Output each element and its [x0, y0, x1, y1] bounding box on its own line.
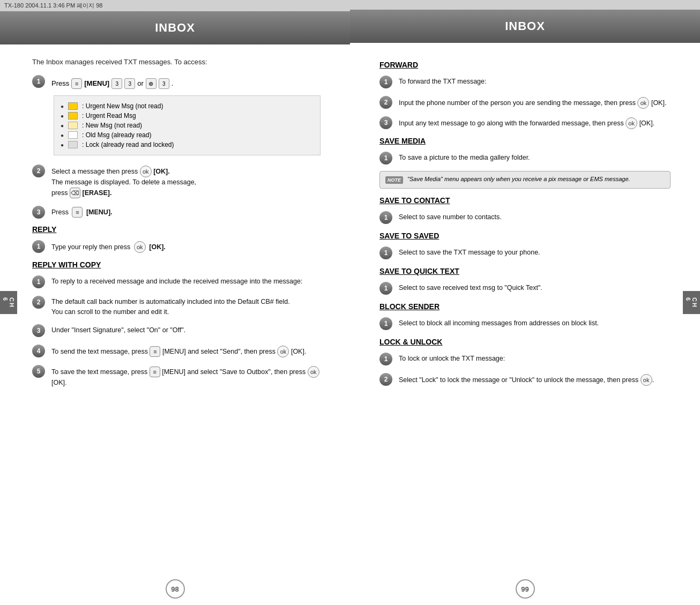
note-box: NOTE "Save Media" menu appears only when… [379, 171, 671, 189]
lu-badge-1: 1 [379, 353, 392, 365]
sm-badge-1: 1 [379, 152, 392, 165]
reply-step-1-badge: 1 [32, 240, 45, 253]
right-top-spacer [350, 0, 700, 10]
ok-label-1: [OK]. [153, 168, 170, 175]
lu-ok-key: ok [641, 374, 652, 386]
reply-text: Type your reply then press [51, 243, 130, 251]
menu-item-2-label: : Urgent Read Msg [82, 112, 136, 119]
fwd-text-3: Input any text message to go along with … [399, 115, 671, 129]
bs-step-1: 1 Select to block all incoming messages … [379, 316, 671, 330]
step-2-part3: press ⌫ [ERASE]. [51, 189, 111, 197]
stc-step-1: 1 Select to save number to contacts. [379, 210, 671, 224]
block-sender-section: BLOCK SENDER 1 Select to block all incom… [379, 302, 671, 330]
press-label: Press [51, 78, 69, 89]
right-page-number: 99 [516, 579, 535, 599]
save-to-saved-section: SAVE TO SAVED 1 Select to save the TXT m… [379, 231, 671, 259]
new-msg-icon [68, 122, 78, 129]
menu-item-5: ● : Lock (already read and locked) [61, 141, 314, 148]
menu-item-2: ● : Urgent Read Msg [61, 112, 314, 119]
right-page-num-area: 99 [350, 574, 700, 605]
fwd-step-2: 2 Input the phone number of the person y… [379, 95, 671, 109]
save-to-quick-title: SAVE TO QUICK TEXT [379, 267, 671, 275]
stq-text-1: Select to save received text msg to "Qui… [399, 281, 671, 293]
lock-msg-icon [68, 141, 78, 148]
right-panel-header: INBOX [350, 10, 700, 43]
save-to-saved-title: SAVE TO SAVED [379, 231, 671, 240]
sm-step-1: 1 To save a picture to the media gallery… [379, 151, 671, 165]
bullet-1: ● [61, 103, 64, 109]
rwc-text-2: The default call back number is automati… [51, 295, 321, 317]
bullet-3: ● [61, 123, 64, 129]
bullet-2: ● [61, 113, 64, 119]
send-ok-key: ok [277, 346, 289, 357]
step-2-badge: 2 [32, 165, 45, 177]
menu-item-5-label: : Lock (already read and locked) [82, 141, 174, 148]
page-wrapper: TX-180 2004.11.1 3:46 PM 페이지 98 INBOX Th… [0, 0, 700, 605]
rwc-step-5: 5 To save the text message, press ≡ [MEN… [32, 364, 321, 388]
rwc-badge-1: 1 [32, 275, 45, 288]
left-page-number: 98 [166, 579, 185, 599]
num-key-1: 3 [111, 78, 122, 89]
forward-title: FORWARD [379, 61, 671, 69]
intro-text: The Inbox manages received TXT messages.… [32, 58, 321, 66]
num-key-2: 3 [124, 78, 135, 89]
step-2-part2: The message is displayed. To delete a me… [51, 178, 196, 186]
bs-badge-1: 1 [379, 317, 392, 330]
note-text: "Save Media" menu appears only when you … [407, 176, 630, 182]
menu-item-1-label: : Urgent New Msg (not read) [82, 102, 163, 110]
left-page-num-area: 98 [0, 574, 350, 605]
rwc-badge-4: 4 [32, 345, 45, 357]
fwd-badge-1: 1 [379, 76, 392, 88]
rwc-text-5: To save the text message, press ≡ [MENU]… [51, 364, 321, 388]
step-3-row: 3 Press ≡ [MENU]. [32, 205, 321, 219]
reply-ok-label: [OK]. [149, 243, 166, 251]
fwd-ok-1: ok [637, 97, 649, 109]
urgent-read-icon [68, 112, 78, 119]
reply-title: REPLY [32, 225, 321, 234]
step-1-text: Press ≡ [MENU] 3 3 or ⊕ 3 . [51, 74, 321, 89]
menu-item-3-label: : New Msg (not read) [82, 122, 142, 129]
rwc-badge-2: 2 [32, 296, 45, 309]
menu-item-4: ● : Old Msg (already read) [61, 131, 314, 139]
send-menu-key: ≡ [150, 346, 160, 357]
fwd-badge-3: 3 [379, 116, 392, 129]
step-3-text: Press ≡ [MENU]. [51, 205, 321, 218]
rwc-badge-5: 5 [32, 365, 45, 378]
rwc-badge-3: 3 [32, 324, 45, 337]
rwc-step-4: 4 To send the text message, press ≡ [MEN… [32, 343, 321, 357]
reply-ok-key: ok [134, 241, 146, 253]
stc-badge-1: 1 [379, 211, 392, 224]
bs-text-1: Select to block all incoming messages fr… [399, 316, 671, 328]
save-ok-key: ok [308, 366, 319, 378]
save-to-contact-title: SAVE TO CONTACT [379, 196, 671, 205]
rwc-text-4: To send the text message, press ≡ [MENU]… [51, 343, 321, 357]
lock-unlock-section: LOCK & UNLOCK 1 To lock or unlock the TX… [379, 338, 671, 386]
menu-item-3: ● : New Msg (not read) [61, 122, 314, 129]
step-3-badge: 3 [32, 206, 45, 219]
old-msg-icon [68, 131, 78, 139]
ok-key-1: ok [140, 166, 152, 177]
rwc-step-1: 1 To reply to a received message and inc… [32, 274, 321, 288]
right-panel: INBOX FORWARD 1 To forward the TXT messa… [350, 0, 700, 605]
sm-text-1: To save a picture to the media gallery f… [399, 151, 671, 163]
lu-badge-2: 2 [379, 373, 392, 386]
note-label: NOTE [385, 176, 403, 184]
num-key-3: 3 [159, 78, 169, 89]
step-3-menu-label: [MENU]. [86, 208, 113, 216]
lock-unlock-title: LOCK & UNLOCK [379, 338, 671, 346]
top-bar: TX-180 2004.11.1 3:46 PM 페이지 98 [0, 0, 350, 11]
ch-tab-left: CH6 [0, 291, 17, 315]
reply-copy-section: REPLY WITH COPY 1 To reply to a received… [32, 260, 321, 388]
period-label: . [172, 78, 174, 89]
menu-key-icon: ≡ [71, 78, 82, 89]
save-media-section: SAVE MEDIA 1 To save a picture to the me… [379, 137, 671, 189]
left-panel-content: The Inbox manages received TXT messages.… [0, 44, 350, 574]
fwd-badge-2: 2 [379, 96, 392, 109]
menu-item-4-label: : Old Msg (already read) [82, 131, 151, 139]
menu-label: [MENU] [84, 78, 109, 89]
rwc-text-3: Under "Insert Signature", select "On" or… [51, 323, 321, 335]
stq-step-1: 1 Select to save received text msg to "Q… [379, 281, 671, 295]
fwd-step-3: 3 Input any text message to go along wit… [379, 115, 671, 129]
erase-key: ⌫ [70, 188, 80, 198]
step-1-press-row: Press ≡ [MENU] 3 3 or ⊕ 3 . [51, 76, 321, 89]
